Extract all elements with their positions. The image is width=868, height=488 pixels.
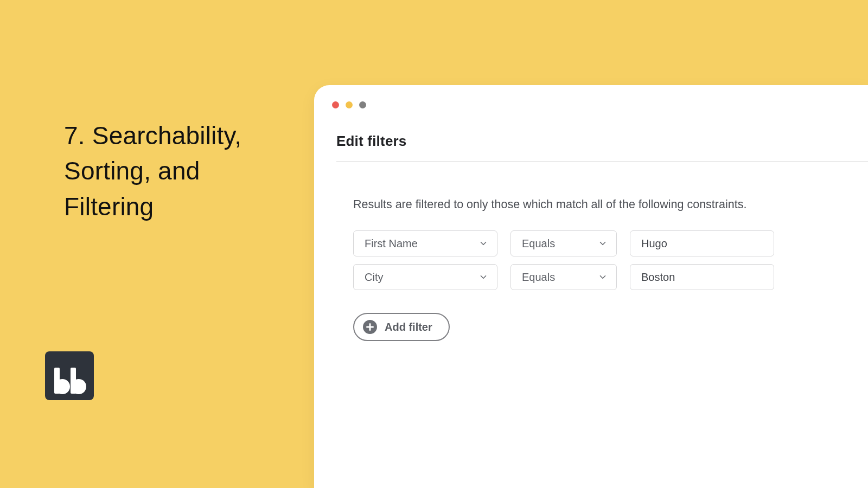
window-zoom-icon[interactable] — [359, 101, 366, 108]
slide-title: 7. Searchability, Sorting, and Filtering — [64, 118, 270, 224]
filter-operator-value: Equals — [522, 237, 555, 250]
add-filter-label: Add filter — [385, 321, 432, 333]
filter-rows: First Name Equals City Equals — [353, 230, 774, 290]
window-minimize-icon[interactable] — [346, 101, 353, 108]
add-filter-button[interactable]: Add filter — [353, 313, 450, 341]
filter-row: First Name Equals — [353, 230, 774, 256]
filter-field-value: City — [365, 271, 383, 284]
chevron-down-icon — [478, 239, 488, 248]
app-window: Edit filters Results are filtered to onl… — [314, 85, 868, 488]
filter-value-input[interactable] — [630, 264, 774, 290]
svg-point-3 — [71, 379, 86, 394]
chevron-down-icon — [598, 239, 608, 248]
bb-logo-icon — [52, 368, 87, 395]
filter-description: Results are filtered to only those which… — [353, 198, 852, 211]
filter-operator-value: Equals — [522, 271, 555, 284]
svg-point-1 — [55, 379, 70, 394]
filter-field-select[interactable]: City — [353, 264, 497, 290]
filter-operator-select[interactable]: Equals — [510, 230, 617, 256]
filter-field-select[interactable]: First Name — [353, 230, 497, 256]
filter-field-value: First Name — [365, 237, 418, 250]
filter-value-input[interactable] — [630, 230, 774, 256]
divider — [336, 161, 868, 162]
window-close-icon[interactable] — [332, 101, 339, 108]
filter-operator-select[interactable]: Equals — [510, 264, 617, 290]
panel-title: Edit filters — [336, 133, 407, 150]
chevron-down-icon — [478, 272, 488, 282]
chevron-down-icon — [598, 272, 608, 282]
logo-badge — [45, 351, 94, 400]
plus-circle-icon — [363, 320, 377, 334]
window-traffic-lights — [332, 101, 366, 108]
filter-row: City Equals — [353, 264, 774, 290]
